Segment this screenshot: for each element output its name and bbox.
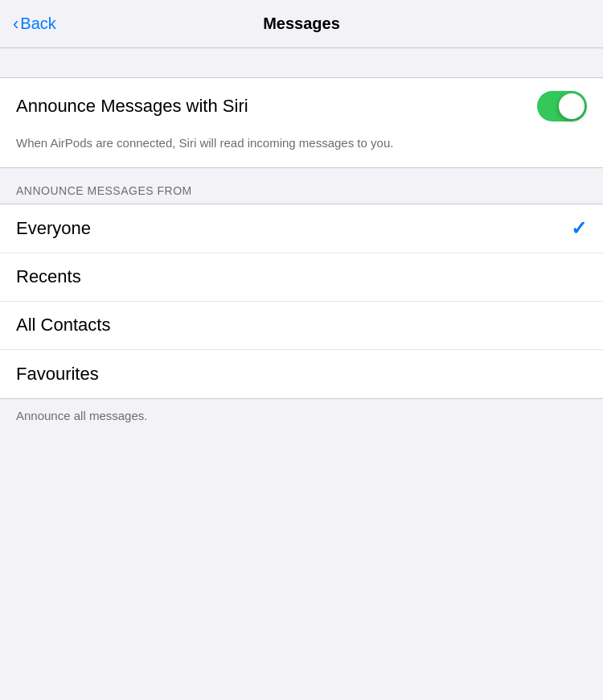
footer-description: Announce all messages. (0, 399, 603, 432)
back-button[interactable]: ‹ Back (13, 14, 56, 33)
option-everyone[interactable]: Everyone ✓ (0, 204, 603, 253)
checkmark-icon: ✓ (571, 217, 587, 240)
option-all-contacts-label: All Contacts (16, 315, 110, 336)
toggle-knob (559, 93, 585, 119)
toggle-description: When AirPods are connected, Siri will re… (0, 134, 603, 167)
option-recents[interactable]: Recents (0, 253, 603, 302)
section-header: ANNOUNCE MESSAGES FROM (0, 168, 603, 204)
option-everyone-label: Everyone (16, 218, 91, 239)
option-all-contacts[interactable]: All Contacts (0, 302, 603, 350)
navigation-bar: ‹ Back Messages (0, 0, 603, 48)
options-section: Everyone ✓ Recents All Contacts Favourit… (0, 204, 603, 399)
toggle-row: Announce Messages with Siri (0, 78, 603, 134)
option-favourites[interactable]: Favourites (0, 350, 603, 398)
option-favourites-label: Favourites (16, 364, 99, 385)
announce-toggle-section: Announce Messages with Siri When AirPods… (0, 77, 603, 168)
announce-toggle[interactable] (537, 91, 587, 121)
option-recents-label: Recents (16, 266, 81, 287)
page-title: Messages (263, 14, 340, 33)
back-label: Back (20, 14, 55, 33)
toggle-label: Announce Messages with Siri (16, 96, 248, 117)
top-spacer (0, 48, 603, 77)
chevron-left-icon: ‹ (13, 15, 18, 33)
